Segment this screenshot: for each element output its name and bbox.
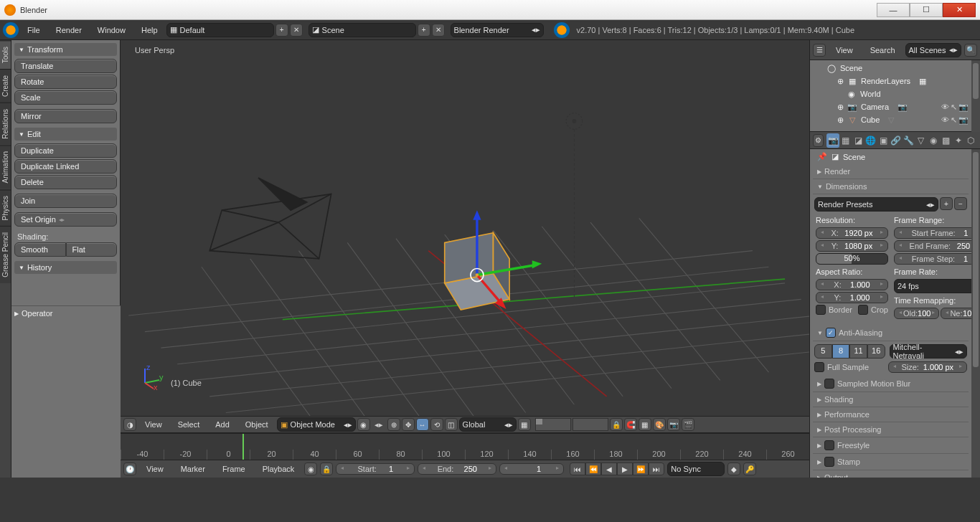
layers-button-1[interactable]: ▦: [518, 418, 531, 431]
tab-animation[interactable]: Animation: [0, 145, 11, 189]
play-reverse-icon[interactable]: ◀: [601, 462, 617, 475]
remap-new-field[interactable]: Ne:100: [941, 308, 971, 319]
keyframe-delete-icon[interactable]: 🔑: [743, 462, 756, 475]
border-checkbox[interactable]: Border: [816, 305, 852, 315]
tab-scene-icon[interactable]: ◪: [852, 133, 864, 148]
sync-mode-dropdown[interactable]: No Sync: [667, 462, 725, 476]
render-section-header[interactable]: Render: [813, 164, 969, 179]
current-frame-field[interactable]: 1: [499, 463, 564, 475]
aa-section-header[interactable]: ✓Anti-Aliasing: [813, 325, 969, 341]
outliner-search-icon[interactable]: 🔍: [964, 44, 977, 57]
flat-button[interactable]: Flat: [66, 242, 118, 257]
tl-menu-playback[interactable]: Playback: [255, 460, 302, 478]
render-image-icon[interactable]: 📷: [667, 418, 680, 431]
mode-dropdown[interactable]: ▣Object Mode◂▸: [277, 417, 356, 432]
scale-button[interactable]: Scale: [14, 90, 117, 105]
cursor-icon[interactable]: ↖: [951, 115, 957, 125]
maximize-button[interactable]: ☐: [910, 3, 943, 17]
edit-panel-header[interactable]: Edit: [14, 128, 117, 141]
freestyle-header[interactable]: Freestyle: [813, 437, 969, 454]
tab-create[interactable]: Create: [0, 69, 11, 103]
properties-editor-icon[interactable]: ⚙: [813, 134, 824, 147]
jump-end-icon[interactable]: ⏭: [649, 462, 664, 475]
output-header[interactable]: Output: [813, 470, 969, 478]
render-presets-dropdown[interactable]: Render Presets◂▸: [814, 197, 938, 212]
tab-physics-icon[interactable]: ⬡: [965, 133, 977, 148]
performance-header[interactable]: Performance: [813, 407, 969, 422]
translate-button[interactable]: Translate: [14, 59, 117, 73]
menu-render[interactable]: Render: [49, 20, 89, 39]
remap-old-field[interactable]: Old:100: [894, 308, 939, 319]
tl-menu-marker[interactable]: Marker: [174, 460, 212, 478]
join-button[interactable]: Join: [14, 194, 117, 208]
set-origin-button[interactable]: Set Origin: [14, 212, 117, 227]
keyframe-lock-icon[interactable]: 🔒: [320, 462, 333, 475]
vp-menu-view[interactable]: View: [138, 417, 169, 432]
outliner[interactable]: ◯Scene ⊕▦RenderLayers▦ ◉World ⊕📷Camera📷👁…: [810, 60, 971, 132]
stamp-header[interactable]: Stamp: [813, 454, 969, 470]
tab-grease-pencil[interactable]: Grease Pencil: [0, 226, 11, 283]
history-panel-header[interactable]: History: [14, 261, 117, 274]
duplicate-button[interactable]: Duplicate: [14, 143, 117, 158]
editor-type-icon[interactable]: ◑: [123, 418, 136, 431]
scene-dropdown[interactable]: ◪Scene: [308, 23, 416, 37]
properties-scrollbar[interactable]: [971, 149, 980, 478]
delete-scene-button[interactable]: ✕: [432, 24, 445, 37]
res-x-field[interactable]: X:1920 px: [816, 227, 888, 239]
blender-logo-icon[interactable]: [3, 22, 19, 38]
outliner-filter-dropdown[interactable]: All Scenes◂▸: [905, 43, 961, 57]
vp-menu-select[interactable]: Select: [171, 417, 207, 432]
cursor-icon[interactable]: ↖: [951, 103, 957, 112]
jump-start-icon[interactable]: ⏮: [570, 462, 585, 475]
mirror-button[interactable]: Mirror: [14, 109, 117, 123]
tab-render-icon[interactable]: 📷: [826, 133, 839, 148]
crop-checkbox[interactable]: Crop: [858, 305, 888, 315]
menu-window[interactable]: Window: [90, 20, 133, 39]
end-frame-field[interactable]: End:250: [418, 463, 496, 475]
rotate-button[interactable]: Rotate: [14, 75, 117, 89]
render-preview-icon[interactable]: 🎨: [653, 418, 666, 431]
eye-icon[interactable]: 👁: [941, 103, 949, 112]
tab-world-icon[interactable]: 🌐: [864, 133, 877, 148]
lock-camera-icon[interactable]: 🔒: [610, 418, 623, 431]
delete-screen-button[interactable]: ✕: [290, 24, 303, 37]
layer-buttons[interactable]: [535, 418, 608, 431]
play-icon[interactable]: ▶: [617, 462, 633, 475]
start-frame-field[interactable]: Start:1: [336, 463, 415, 475]
aa-samples-segmented[interactable]: 5 8 11 16: [814, 344, 885, 359]
minimize-button[interactable]: —: [877, 3, 910, 17]
delete-button[interactable]: Delete: [14, 175, 117, 189]
render-engine-dropdown[interactable]: Blender Render◂▸: [451, 23, 544, 37]
timeline-editor-icon[interactable]: 🕐: [123, 462, 136, 475]
add-scene-button[interactable]: +: [418, 24, 430, 37]
vp-menu-object[interactable]: Object: [238, 417, 275, 432]
tab-texture-icon[interactable]: ▩: [940, 133, 952, 148]
render-anim-icon[interactable]: 🎬: [682, 418, 694, 431]
keyframe-insert-icon[interactable]: ◆: [727, 462, 740, 475]
timeline-ruler[interactable]: -40 -20 0 20 40 60 80 100 120 140 160 18…: [121, 434, 809, 460]
rotate-manip-icon[interactable]: ⟲: [430, 418, 443, 431]
motion-blur-header[interactable]: Sampled Motion Blur: [813, 376, 969, 392]
outliner-editor-icon[interactable]: ☰: [813, 44, 826, 57]
post-processing-header[interactable]: Post Processing: [813, 422, 969, 437]
preset-add-button[interactable]: +: [940, 197, 953, 210]
frame-rate-dropdown[interactable]: 24 fps◂▸: [894, 279, 971, 293]
tl-menu-view[interactable]: View: [139, 460, 171, 478]
tab-material-icon[interactable]: ◉: [927, 133, 939, 148]
end-frame-field[interactable]: End Frame:250: [894, 240, 971, 252]
aspect-x-field[interactable]: X:1.000: [816, 279, 888, 290]
menu-file[interactable]: File: [20, 20, 47, 39]
camera-icon[interactable]: 📷: [958, 103, 969, 112]
camera-icon[interactable]: 📷: [958, 115, 969, 125]
pin-icon[interactable]: 📌: [817, 152, 827, 161]
outliner-scrollbar[interactable]: [971, 60, 980, 132]
viewport-shading-icon[interactable]: ◉: [357, 418, 370, 431]
scale-manip-icon[interactable]: ◫: [445, 418, 458, 431]
next-key-icon[interactable]: ⏩: [633, 462, 649, 475]
add-screen-button[interactable]: +: [275, 24, 288, 37]
3d-viewport[interactable]: User Persp: [121, 40, 809, 416]
orientation-dropdown[interactable]: Global◂▸: [459, 417, 517, 432]
translate-manip-icon[interactable]: ↔: [416, 418, 429, 431]
menu-help[interactable]: Help: [134, 20, 165, 39]
close-button[interactable]: ✕: [943, 3, 976, 17]
